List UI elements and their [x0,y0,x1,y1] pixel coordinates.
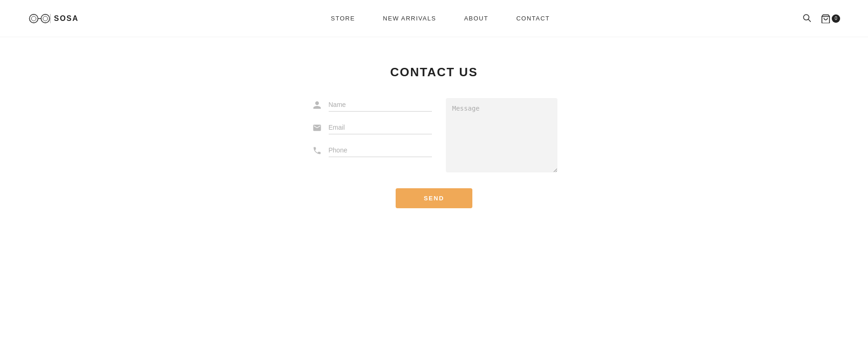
search-icon[interactable] [802,13,811,24]
svg-point-0 [29,14,38,22]
main-nav: STORE NEW ARRIVALS ABOUT CONTACT [331,15,550,22]
nav-about[interactable]: ABOUT [464,15,488,22]
send-button[interactable]: SEND [396,188,472,208]
email-input[interactable] [329,121,432,134]
contact-form [311,98,557,174]
logo-text: SOSA [54,14,79,23]
person-icon [311,99,323,111]
email-icon [311,122,323,134]
svg-point-4 [43,16,48,21]
nav-new-arrivals[interactable]: NEW ARRIVALS [383,15,437,22]
nav-contact[interactable]: CONTACT [516,15,550,22]
svg-point-3 [32,16,36,21]
name-field-row [311,98,432,112]
svg-line-7 [808,19,811,21]
cart-icon [821,14,831,23]
logo[interactable]: SOSA [28,12,79,26]
phone-input[interactable] [329,144,432,157]
header-actions: 0 [802,13,840,24]
cart-count: 0 [832,14,840,23]
logo-icon [28,12,51,26]
name-input[interactable] [329,98,432,112]
email-field-row [311,121,432,134]
phone-field-row [311,144,432,157]
phone-icon [311,145,323,157]
page-title: CONTACT US [390,65,478,79]
left-fields [311,98,432,157]
cart-button[interactable]: 0 [821,14,840,23]
svg-point-1 [41,14,49,22]
message-textarea[interactable] [446,98,557,172]
nav-store[interactable]: STORE [331,15,355,22]
message-field-container [446,98,557,174]
